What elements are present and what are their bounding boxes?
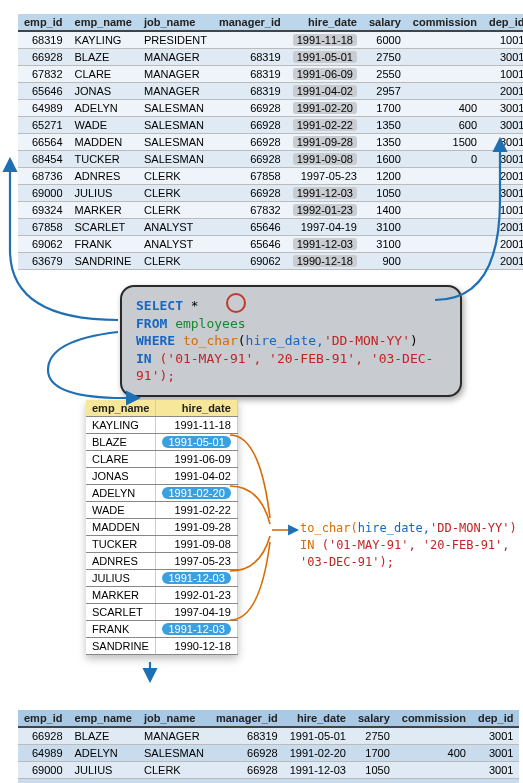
circle-highlight-icon xyxy=(226,293,246,313)
table-cell: 2001 xyxy=(483,219,523,236)
table-row: 69324MARKERCLERK678321992-01-2314001001 xyxy=(18,202,523,219)
table-cell: 1990-12-18 xyxy=(156,638,237,655)
table-cell: 1350 xyxy=(363,117,407,134)
table-cell: 3001 xyxy=(483,49,523,66)
table-cell: 69324 xyxy=(18,202,69,219)
table-cell: 2001 xyxy=(483,168,523,185)
table-cell: 3100 xyxy=(352,779,396,784)
table-cell: 1991-02-22 xyxy=(156,502,237,519)
table-cell: 1001 xyxy=(483,31,523,49)
table-cell: 1991-02-20 xyxy=(287,100,363,117)
table-row: KAYLING1991-11-18 xyxy=(86,417,237,434)
table-cell: 900 xyxy=(363,253,407,270)
table-cell: 1001 xyxy=(483,66,523,83)
table-cell: 1991-12-03 xyxy=(284,762,352,779)
table-row: ADNRES1997-05-23 xyxy=(86,553,237,570)
col-hire_date: hire_date xyxy=(287,14,363,31)
table-cell: MANAGER xyxy=(138,727,210,745)
table-cell: 1997-04-19 xyxy=(156,604,237,621)
table-cell: CLERK xyxy=(138,253,213,270)
table-cell: SANDRINE xyxy=(69,253,138,270)
table-cell: 400 xyxy=(396,745,472,762)
annot-line1: to_char(hire_date,'DD-MON-YY') xyxy=(300,520,523,537)
table-row: TUCKER1991-09-08 xyxy=(86,536,237,553)
table-cell: 1200 xyxy=(363,168,407,185)
table-cell: BLAZE xyxy=(69,727,138,745)
table-cell: ANALYST xyxy=(138,779,210,784)
table-cell: 1992-01-23 xyxy=(156,587,237,604)
table-cell: SALESMAN xyxy=(138,134,213,151)
table-row: 66928BLAZEMANAGER683191991-05-0127503001 xyxy=(18,49,523,66)
table-cell: 3001 xyxy=(483,185,523,202)
col-dep_id: dep_id xyxy=(472,710,519,727)
table-row: 69062FRANKANALYST656461991-12-0331002001 xyxy=(18,236,523,253)
table-cell: 1991-12-03 xyxy=(156,621,237,638)
table-cell: PRESIDENT xyxy=(138,31,213,49)
table-cell xyxy=(407,31,483,49)
table-cell: 2550 xyxy=(363,66,407,83)
table-cell: 64989 xyxy=(18,745,69,762)
table-cell: 1991-12-03 xyxy=(284,779,352,784)
table-cell: 1991-04-02 xyxy=(156,468,237,485)
table-cell xyxy=(407,49,483,66)
table-row: SANDRINE1990-12-18 xyxy=(86,638,237,655)
table-cell: MARKER xyxy=(69,202,138,219)
table-cell: 67858 xyxy=(18,219,69,236)
table-cell: 2001 xyxy=(483,236,523,253)
table-cell: 1991-12-03 xyxy=(287,185,363,202)
col-manager_id: manager_id xyxy=(210,710,284,727)
col-dep_id: dep_id xyxy=(483,14,523,31)
table-cell: 1991-02-22 xyxy=(287,117,363,134)
table-cell: 66928 xyxy=(213,117,287,134)
table-cell: 1600 xyxy=(363,151,407,168)
table-cell: 3001 xyxy=(483,100,523,117)
col-salary: salary xyxy=(363,14,407,31)
table-row: 69000JULIUSCLERK669281991-12-0310503001 xyxy=(18,185,523,202)
table-row: 66564MADDENSALESMAN669281991-09-28135015… xyxy=(18,134,523,151)
table-cell: ADNRES xyxy=(69,168,138,185)
sql-line3: WHERE to_char(hire_date,'DD-MON-YY') xyxy=(136,332,446,350)
table-cell: 1991-11-18 xyxy=(287,31,363,49)
table-cell: ADELYN xyxy=(86,485,156,502)
table-cell: 69062 xyxy=(213,253,287,270)
table-cell xyxy=(407,253,483,270)
table-cell: 67858 xyxy=(213,168,287,185)
table-cell: SALESMAN xyxy=(138,151,213,168)
table-row: 68319KAYLINGPRESIDENT1991-11-1860001001 xyxy=(18,31,523,49)
table-row: 67832CLAREMANAGER683191991-06-0925501001 xyxy=(18,66,523,83)
table-cell: 1991-04-02 xyxy=(287,83,363,100)
table-cell: SALESMAN xyxy=(138,117,213,134)
col-salary: salary xyxy=(352,710,396,727)
col-hire_date: hire_date xyxy=(156,400,237,417)
table-cell: JULIUS xyxy=(69,762,138,779)
col-emp_id: emp_id xyxy=(18,710,69,727)
table-row: MADDEN1991-09-28 xyxy=(86,519,237,536)
col-commission: commission xyxy=(407,14,483,31)
table-cell: 2001 xyxy=(472,779,519,784)
table-cell: FRANK xyxy=(86,621,156,638)
table-cell: 69062 xyxy=(18,779,69,784)
table-cell: 65646 xyxy=(18,83,69,100)
table-cell xyxy=(407,202,483,219)
table-cell xyxy=(407,168,483,185)
table-row: 67858SCARLETANALYST656461997-04-19310020… xyxy=(18,219,523,236)
table-cell: 3001 xyxy=(472,727,519,745)
table-cell: 3001 xyxy=(483,134,523,151)
table-cell: BLAZE xyxy=(86,434,156,451)
table-row: MARKER1992-01-23 xyxy=(86,587,237,604)
table-cell: CLERK xyxy=(138,168,213,185)
table-cell: 1700 xyxy=(352,745,396,762)
col-commission: commission xyxy=(396,710,472,727)
table-cell: 1050 xyxy=(352,762,396,779)
table-cell: MADDEN xyxy=(86,519,156,536)
table-cell: 68319 xyxy=(210,727,284,745)
table-cell xyxy=(407,185,483,202)
table-cell: 65271 xyxy=(18,117,69,134)
table-cell: MANAGER xyxy=(138,49,213,66)
table-cell: 3100 xyxy=(363,219,407,236)
table-cell: 68319 xyxy=(213,49,287,66)
table-cell: MARKER xyxy=(86,587,156,604)
table-cell: 1991-05-01 xyxy=(284,727,352,745)
table-cell: BLAZE xyxy=(69,49,138,66)
col-manager_id: manager_id xyxy=(213,14,287,31)
